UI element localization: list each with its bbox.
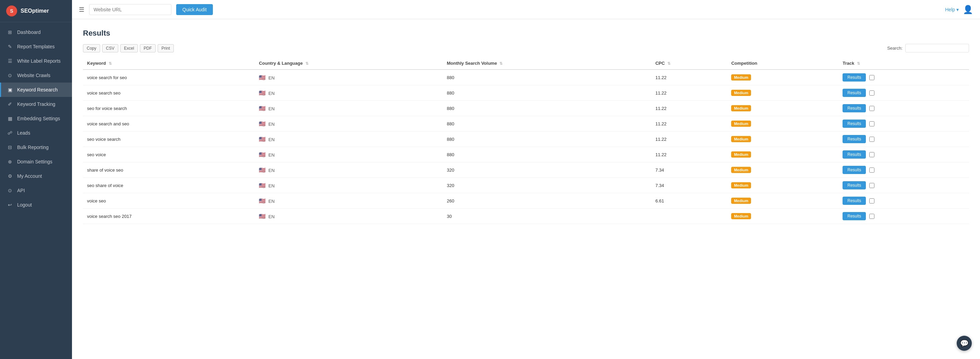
col-monthly-search-volume: Monthly Search Volume ⇅ <box>442 57 651 70</box>
cell-keyword-8: voice seo <box>83 193 255 209</box>
cell-track-3: Results <box>838 116 969 131</box>
sidebar-item-website-crawls[interactable]: ⊙ Website Crawls <box>0 68 72 83</box>
cell-track-8: Results <box>838 193 969 208</box>
results-button-5[interactable]: Results <box>843 150 866 159</box>
sidebar-label-keyword-research: Keyword Research <box>17 87 57 92</box>
bulk-reporting-icon: ⊟ <box>7 145 13 150</box>
search-input[interactable] <box>905 44 969 52</box>
domain-settings-icon: ⊕ <box>7 159 13 164</box>
track-checkbox-6[interactable] <box>869 167 874 173</box>
results-button-7[interactable]: Results <box>843 181 866 189</box>
copy-button[interactable]: Copy <box>83 44 100 52</box>
competition-badge-9: Medium <box>731 213 751 219</box>
cell-keyword-3: voice search and seo <box>83 116 255 132</box>
competition-badge-2: Medium <box>731 105 751 111</box>
sort-country-icon[interactable]: ⇅ <box>305 61 309 65</box>
sidebar-item-white-label-reports[interactable]: ☰ White Label Reports <box>0 54 72 68</box>
menu-icon[interactable]: ☰ <box>79 6 84 13</box>
results-button-9[interactable]: Results <box>843 212 866 220</box>
lang-2: EN <box>268 106 275 111</box>
sidebar-label-report-templates: Report Templates <box>17 44 54 49</box>
sidebar-item-leads[interactable]: ☍ Leads <box>0 126 72 140</box>
results-button-6[interactable]: Results <box>843 166 866 174</box>
main-area: ☰ Quick Audit Help ▾ 👤 Results Copy CSV … <box>72 0 980 359</box>
search-row: Search: <box>887 44 969 52</box>
competition-badge-1: Medium <box>731 90 751 96</box>
sidebar-item-domain-settings[interactable]: ⊕ Domain Settings <box>0 154 72 169</box>
table-row: seo for voice search 🇺🇸 EN 880 11.22 Med… <box>83 101 969 116</box>
table-row: voice search seo 🇺🇸 EN 880 11.22 Medium … <box>83 85 969 101</box>
logo-text: SEOptimer <box>21 8 49 14</box>
cell-keyword-7: seo share of voice <box>83 178 255 193</box>
sidebar-item-my-account[interactable]: ⚙ My Account <box>0 169 72 183</box>
track-checkbox-1[interactable] <box>869 91 874 95</box>
table-row: share of voice seo 🇺🇸 EN 320 7.34 Medium… <box>83 162 969 178</box>
help-label: Help <box>945 7 955 12</box>
competition-badge-5: Medium <box>731 151 751 157</box>
table-row: seo voice 🇺🇸 EN 880 11.22 Medium Results <box>83 147 969 162</box>
cell-track-4: Results <box>838 132 969 147</box>
track-checkbox-4[interactable] <box>869 137 874 142</box>
print-button[interactable]: Print <box>158 44 174 52</box>
sort-keyword-icon[interactable]: ⇅ <box>109 61 112 65</box>
track-checkbox-7[interactable] <box>869 183 874 188</box>
chat-bubble[interactable]: 💬 <box>957 336 972 351</box>
csv-button[interactable]: CSV <box>102 44 118 52</box>
leads-icon: ☍ <box>7 130 13 136</box>
excel-button[interactable]: Excel <box>120 44 138 52</box>
url-input[interactable] <box>89 4 172 15</box>
cell-cpc-3: 11.22 <box>651 116 727 132</box>
sidebar-item-bulk-reporting[interactable]: ⊟ Bulk Reporting <box>0 140 72 154</box>
sidebar-item-keyword-tracking[interactable]: ✐ Keyword Tracking <box>0 97 72 111</box>
cell-competition-9: Medium <box>727 209 838 224</box>
cell-competition-2: Medium <box>727 101 838 116</box>
cell-cpc-8: 6.61 <box>651 193 727 209</box>
flag-icon-3: 🇺🇸 <box>259 121 266 127</box>
table-row: voice search and seo 🇺🇸 EN 880 11.22 Med… <box>83 116 969 132</box>
sidebar-label-keyword-tracking: Keyword Tracking <box>17 102 55 107</box>
col-track: Track ⇅ <box>838 57 969 70</box>
flag-icon-1: 🇺🇸 <box>259 90 266 96</box>
sort-volume-icon[interactable]: ⇅ <box>500 61 503 65</box>
track-checkbox-0[interactable] <box>869 75 874 80</box>
sort-cpc-icon[interactable]: ⇅ <box>667 61 670 65</box>
cell-competition-0: Medium <box>727 70 838 85</box>
table-row: seo share of voice 🇺🇸 EN 320 7.34 Medium… <box>83 178 969 193</box>
track-checkbox-2[interactable] <box>869 106 874 111</box>
results-button-8[interactable]: Results <box>843 197 866 205</box>
lang-8: EN <box>268 199 275 204</box>
sidebar-item-logout[interactable]: ↩ Logout <box>0 198 72 212</box>
sidebar-item-report-templates[interactable]: ✎ Report Templates <box>0 40 72 54</box>
cell-country-7: 🇺🇸 EN <box>255 178 442 193</box>
sidebar-item-embedding-settings[interactable]: ▦ Embedding Settings <box>0 111 72 126</box>
cell-track-6: Results <box>838 162 969 178</box>
cell-keyword-6: share of voice seo <box>83 162 255 178</box>
track-checkbox-3[interactable] <box>869 121 874 126</box>
lang-0: EN <box>268 75 275 81</box>
cell-volume-6: 320 <box>442 162 651 178</box>
help-button[interactable]: Help ▾ <box>945 7 959 12</box>
results-button-4[interactable]: Results <box>843 135 866 143</box>
report-templates-icon: ✎ <box>7 44 13 49</box>
topbar: ☰ Quick Audit Help ▾ 👤 <box>72 0 980 19</box>
logout-icon: ↩ <box>7 202 13 208</box>
sidebar-item-api[interactable]: ⊙ API <box>0 183 72 198</box>
quick-audit-button[interactable]: Quick Audit <box>176 4 213 15</box>
sort-track-icon[interactable]: ⇅ <box>857 61 860 65</box>
cell-keyword-5: seo voice <box>83 147 255 162</box>
cell-country-6: 🇺🇸 EN <box>255 162 442 178</box>
track-checkbox-8[interactable] <box>869 199 874 203</box>
pdf-button[interactable]: PDF <box>140 44 156 52</box>
track-checkbox-5[interactable] <box>869 152 874 157</box>
results-button-3[interactable]: Results <box>843 119 866 128</box>
results-button-2[interactable]: Results <box>843 104 866 112</box>
cell-cpc-6: 7.34 <box>651 162 727 178</box>
sidebar-nav: ⊞ Dashboard✎ Report Templates☰ White Lab… <box>0 22 72 359</box>
sidebar-item-keyword-research[interactable]: ▣ Keyword Research <box>0 83 72 97</box>
sidebar-item-dashboard[interactable]: ⊞ Dashboard <box>0 25 72 40</box>
results-button-0[interactable]: Results <box>843 73 866 81</box>
user-avatar-icon[interactable]: 👤 <box>963 5 973 14</box>
track-checkbox-9[interactable] <box>869 214 874 219</box>
table-body: voice search for seo 🇺🇸 EN 880 11.22 Med… <box>83 70 969 224</box>
results-button-1[interactable]: Results <box>843 89 866 97</box>
